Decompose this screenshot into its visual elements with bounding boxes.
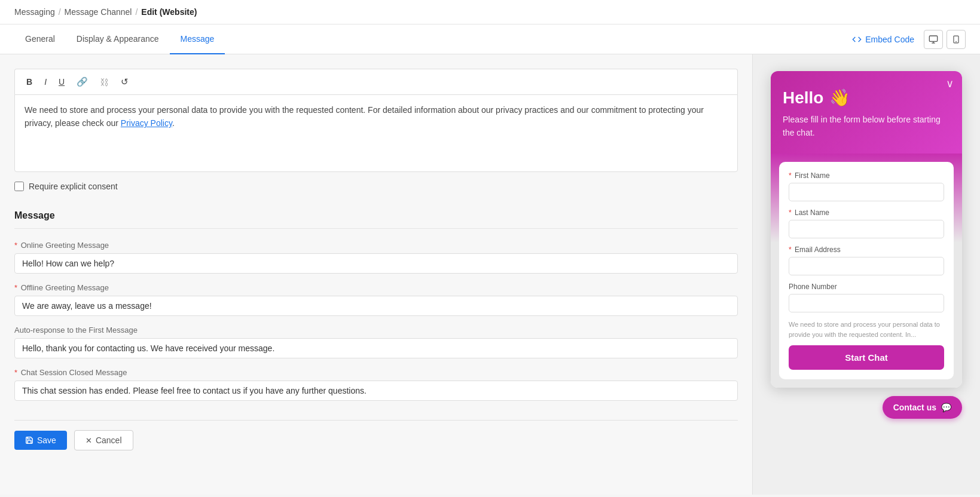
monitor-icon xyxy=(929,35,938,44)
email-input[interactable] xyxy=(789,257,944,275)
chat-form: * First Name * Last Name xyxy=(779,162,954,379)
cancel-x-icon: ✕ xyxy=(86,436,92,445)
contact-us-label: Contact us xyxy=(893,403,936,412)
offline-greeting-label: * Offline Greeting Message xyxy=(14,283,738,292)
cancel-button[interactable]: ✕ Cancel xyxy=(74,430,133,450)
breadcrumb-current: Edit (Website) xyxy=(141,7,197,17)
save-icon xyxy=(25,436,33,444)
action-bar: Save ✕ Cancel xyxy=(14,420,738,450)
code-icon xyxy=(852,35,862,44)
wave-emoji: 👋 xyxy=(829,88,850,108)
contact-us-icon: 💬 xyxy=(941,403,951,412)
auto-response-group: Auto-response to the First Message xyxy=(14,326,738,358)
first-name-label: * First Name xyxy=(789,171,944,180)
italic-btn[interactable]: I xyxy=(40,75,51,89)
consent-row: Require explicit consent xyxy=(14,182,738,191)
online-greeting-group: * Online Greeting Message xyxy=(14,241,738,274)
mobile-view-icon[interactable] xyxy=(947,30,966,49)
consent-label: Require explicit consent xyxy=(29,182,118,191)
widget-collapse-btn[interactable]: ∨ xyxy=(946,78,954,89)
privacy-policy-link[interactable]: Privacy Policy xyxy=(121,118,172,128)
embed-code-btn[interactable]: Embed Code xyxy=(852,30,914,49)
offline-greeting-group: * Offline Greeting Message xyxy=(14,283,738,316)
session-closed-label: * Chat Session Closed Message xyxy=(14,368,738,377)
tab-message[interactable]: Message xyxy=(170,24,225,54)
breadcrumb-channel[interactable]: Message Channel xyxy=(65,7,132,17)
breadcrumb-sep2: / xyxy=(135,7,138,17)
main-layout: B I U 🔗 ⛓ ↺ We need to store and process… xyxy=(0,54,980,495)
editor-content-after: . xyxy=(172,118,175,128)
auto-response-label: Auto-response to the First Message xyxy=(14,326,738,335)
breadcrumb: Messaging / Message Channel / Edit (Webs… xyxy=(0,0,980,24)
tab-display[interactable]: Display & Appearance xyxy=(66,24,170,54)
link-btn[interactable]: 🔗 xyxy=(72,74,92,90)
online-greeting-label: * Online Greeting Message xyxy=(14,241,738,250)
tabs-bar: General Display & Appearance Message Emb… xyxy=(0,24,980,54)
start-chat-button[interactable]: Start Chat xyxy=(789,345,944,370)
content-area: B I U 🔗 ⛓ ↺ We need to store and process… xyxy=(0,54,752,495)
session-closed-input[interactable] xyxy=(14,381,738,401)
phone-input[interactable] xyxy=(789,294,944,312)
session-closed-required: * xyxy=(14,368,17,377)
form-field-first-name: * First Name xyxy=(789,171,944,201)
widget-header: ∨ Hello 👋 Please fill in the form below … xyxy=(771,71,962,154)
desktop-view-icon[interactable] xyxy=(924,30,943,49)
first-name-input[interactable] xyxy=(789,183,944,201)
breadcrumb-messaging[interactable]: Messaging xyxy=(14,7,55,17)
widget-hello-row: Hello 👋 xyxy=(783,88,950,108)
consent-checkbox[interactable] xyxy=(14,182,24,191)
breadcrumb-sep1: / xyxy=(59,7,61,17)
phone-icon xyxy=(952,35,960,44)
unlink-btn[interactable]: ⛓ xyxy=(96,75,113,90)
last-name-input[interactable] xyxy=(789,220,944,238)
preview-panel: ∨ Hello 👋 Please fill in the form below … xyxy=(753,54,980,495)
bold-btn[interactable]: B xyxy=(22,75,36,89)
widget-privacy-text: We need to store and process your person… xyxy=(789,320,944,339)
svg-rect-0 xyxy=(929,36,937,41)
message-section-title: Message xyxy=(14,210,738,229)
tab-general[interactable]: General xyxy=(14,24,66,54)
email-label: * Email Address xyxy=(789,246,944,254)
form-field-phone: Phone Number xyxy=(789,283,944,312)
widget-body: * First Name * Last Name xyxy=(771,154,962,388)
rich-text-editor[interactable]: We need to store and process your person… xyxy=(14,94,738,172)
offline-greeting-required: * xyxy=(14,283,17,292)
session-closed-group: * Chat Session Closed Message xyxy=(14,368,738,401)
underline-btn[interactable]: U xyxy=(54,75,69,89)
last-name-label: * Last Name xyxy=(789,208,944,217)
message-section: Message * Online Greeting Message * Offl… xyxy=(14,210,738,401)
contact-us-button[interactable]: Contact us 💬 xyxy=(883,396,962,419)
auto-response-input[interactable] xyxy=(14,338,738,358)
preview-icons xyxy=(924,30,966,49)
online-greeting-input[interactable] xyxy=(14,253,738,274)
widget-subtitle: Please fill in the form below before sta… xyxy=(783,113,950,139)
form-field-last-name: * Last Name xyxy=(789,208,944,238)
widget-hello-text: Hello xyxy=(783,88,823,108)
online-greeting-required: * xyxy=(14,241,17,250)
offline-greeting-input[interactable] xyxy=(14,296,738,316)
form-field-email: * Email Address xyxy=(789,246,944,275)
editor-toolbar: B I U 🔗 ⛓ ↺ xyxy=(14,69,738,94)
save-button[interactable]: Save xyxy=(14,431,67,450)
undo-btn[interactable]: ↺ xyxy=(117,74,133,90)
phone-label: Phone Number xyxy=(789,283,944,291)
chat-widget: ∨ Hello 👋 Please fill in the form below … xyxy=(771,71,962,388)
